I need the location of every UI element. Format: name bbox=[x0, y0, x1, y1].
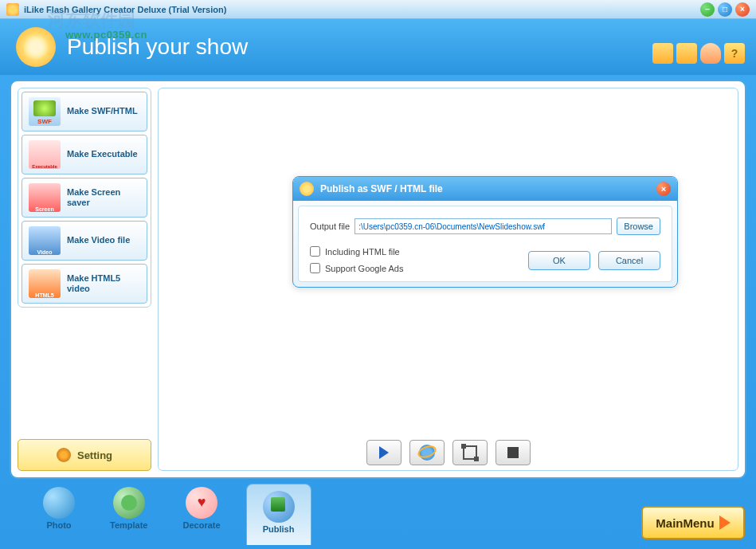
header-tools: ? bbox=[652, 43, 745, 64]
user-icon[interactable] bbox=[700, 43, 721, 64]
sidebar: Make SWF/HTML Make Executable Make Scree… bbox=[18, 88, 151, 471]
save-folder-icon[interactable] bbox=[676, 43, 697, 64]
decorate-icon bbox=[186, 487, 217, 519]
help-icon[interactable]: ? bbox=[724, 43, 745, 64]
sidebar-label: Make Video file bbox=[67, 235, 130, 245]
stop-button[interactable] bbox=[496, 440, 531, 465]
make-html5-button[interactable]: Make HTML5 video bbox=[22, 264, 147, 304]
setting-button[interactable]: Setting bbox=[18, 439, 151, 471]
template-icon bbox=[113, 487, 145, 519]
tab-decorate[interactable]: Decorate bbox=[173, 484, 229, 545]
nav-tabs: Photo Template Decorate Publish bbox=[33, 484, 311, 545]
make-executable-button[interactable]: Make Executable bbox=[22, 135, 147, 175]
cancel-button[interactable]: Cancel bbox=[598, 251, 660, 270]
tab-photo[interactable]: Photo bbox=[33, 484, 84, 545]
play-icon bbox=[379, 446, 389, 459]
make-screensaver-button[interactable]: Make Screen saver bbox=[22, 178, 147, 218]
make-swf-button[interactable]: Make SWF/HTML bbox=[22, 92, 147, 131]
sidebar-label: Make Screen saver bbox=[67, 187, 140, 208]
tab-publish[interactable]: Publish bbox=[246, 484, 311, 545]
stop-icon bbox=[507, 447, 519, 458]
dialog-titlebar: Publish as SWF / HTML file × bbox=[293, 177, 677, 201]
dialog-icon bbox=[300, 182, 314, 196]
tab-label: Decorate bbox=[182, 520, 220, 530]
publish-dialog: Publish as SWF / HTML file × Output file… bbox=[292, 176, 678, 288]
arrow-right-icon bbox=[719, 516, 731, 530]
video-icon bbox=[29, 226, 61, 255]
fullscreen-icon bbox=[463, 445, 477, 460]
dialog-body: Output file Browse Including HTML file S… bbox=[298, 206, 672, 282]
ok-button[interactable]: OK bbox=[528, 251, 590, 270]
sidebar-label: Make SWF/HTML bbox=[67, 106, 138, 116]
minimize-button[interactable]: – bbox=[700, 2, 715, 17]
html5-icon bbox=[29, 269, 61, 298]
content-area: Publish as SWF / HTML file × Output file… bbox=[158, 88, 738, 471]
play-button[interactable] bbox=[366, 440, 402, 465]
executable-icon bbox=[29, 140, 61, 169]
gear-icon bbox=[57, 448, 71, 462]
make-video-button[interactable]: Make Video file bbox=[22, 221, 147, 261]
google-ads-checkbox[interactable] bbox=[310, 263, 320, 273]
output-label: Output file bbox=[310, 222, 350, 231]
dialog-title: Publish as SWF / HTML file bbox=[320, 183, 443, 194]
swf-icon bbox=[29, 97, 61, 126]
browse-button[interactable]: Browse bbox=[617, 218, 660, 235]
publish-icon bbox=[263, 491, 295, 523]
include-html-label: Including HTML file bbox=[325, 247, 400, 257]
include-html-checkbox[interactable] bbox=[310, 246, 320, 257]
sidebar-panel: Make SWF/HTML Make Executable Make Scree… bbox=[18, 88, 151, 308]
header-logo-icon bbox=[16, 27, 56, 67]
dialog-close-button[interactable]: × bbox=[656, 182, 671, 196]
tab-label: Photo bbox=[46, 520, 71, 530]
fullscreen-button[interactable] bbox=[452, 440, 488, 465]
tab-template[interactable]: Template bbox=[100, 484, 157, 545]
tab-label: Publish bbox=[263, 524, 295, 534]
output-file-input[interactable] bbox=[354, 218, 612, 234]
close-button[interactable]: × bbox=[735, 2, 750, 17]
main-panel: Make SWF/HTML Make Executable Make Scree… bbox=[10, 80, 746, 479]
watermark-url: www.pc0359.cn bbox=[65, 29, 147, 41]
bottom-nav: Photo Template Decorate Publish bbox=[10, 484, 746, 544]
setting-label: Setting bbox=[77, 449, 112, 461]
output-row: Output file Browse bbox=[310, 218, 660, 235]
playback-controls bbox=[366, 440, 531, 465]
maximize-button[interactable]: □ bbox=[718, 2, 732, 17]
tab-label: Template bbox=[110, 520, 147, 530]
sidebar-label: Make HTML5 video bbox=[67, 273, 140, 294]
google-ads-label: Support Google Ads bbox=[325, 264, 403, 273]
app-icon bbox=[6, 3, 19, 16]
screensaver-icon bbox=[29, 183, 61, 212]
preview-browser-button[interactable] bbox=[409, 440, 445, 465]
open-folder-icon[interactable] bbox=[652, 43, 673, 64]
sidebar-label: Make Executable bbox=[67, 149, 138, 159]
photo-icon bbox=[43, 487, 75, 519]
mainmenu-button[interactable]: MainMenu bbox=[641, 506, 745, 539]
mainmenu-label: MainMenu bbox=[656, 516, 714, 530]
ie-icon bbox=[419, 445, 435, 461]
